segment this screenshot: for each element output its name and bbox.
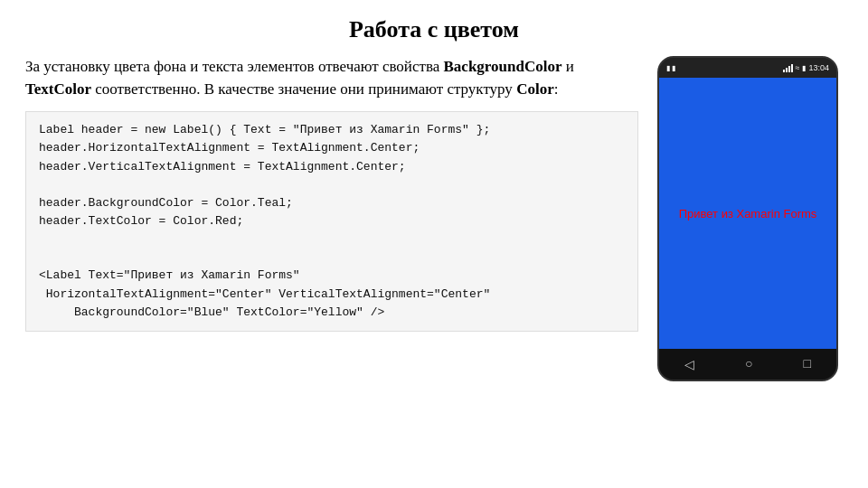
nav-recents-icon[interactable]: □: [804, 357, 811, 371]
code-block: Label header = new Label() { Text = "При…: [25, 111, 638, 332]
phone-status-bar: ▮ ▮ ≈ ▮ 13:04: [659, 58, 836, 78]
intro-text-end: :: [554, 80, 559, 98]
signal-bar-2: [786, 68, 788, 72]
content-row: За установку цвета фона и текста элемент…: [25, 56, 843, 472]
intro-text-before: За установку цвета фона и текста элемент…: [25, 58, 444, 75]
left-column: За установку цвета фона и текста элемент…: [25, 56, 638, 472]
phone-device: ▮ ▮ ≈ ▮ 13:04: [657, 56, 838, 381]
intro-paragraph: За установку цвета фона и текста элемент…: [25, 56, 638, 100]
phone-status-left: ▮ ▮: [666, 64, 675, 72]
signal-bars: [783, 63, 793, 72]
battery-icon: ▮: [802, 64, 806, 72]
phone-screen: Привет из Xamarin Forms: [659, 78, 836, 349]
intro-highlight-text: TextColor: [25, 80, 91, 98]
intro-text-mid2: соответственно. В качестве значение они …: [91, 80, 516, 98]
status-time: 13:04: [808, 63, 829, 72]
phone-nav-bar: ◁ ○ □: [659, 349, 836, 380]
signal-bar-3: [788, 66, 790, 72]
signal-bar-1: [783, 70, 785, 72]
notification-icon: ▮: [666, 64, 670, 72]
phone-screen-text: Привет из Xamarin Forms: [679, 207, 817, 221]
intro-highlight-color: Color: [516, 80, 554, 98]
phone-container: ▮ ▮ ≈ ▮ 13:04: [653, 56, 843, 472]
wifi-icon: ≈: [796, 63, 800, 72]
page: Работа с цветом За установку цвета фона …: [0, 0, 868, 488]
notification-icon2: ▮: [672, 64, 675, 72]
intro-text-mid1: и: [562, 58, 574, 75]
page-title: Работа с цветом: [25, 16, 843, 43]
nav-home-icon[interactable]: ○: [745, 357, 752, 371]
nav-back-icon[interactable]: ◁: [684, 357, 694, 372]
signal-bar-4: [791, 64, 793, 72]
phone-status-right: ≈ ▮ 13:04: [783, 63, 829, 72]
intro-highlight-background: BackgroundColor: [444, 58, 562, 75]
